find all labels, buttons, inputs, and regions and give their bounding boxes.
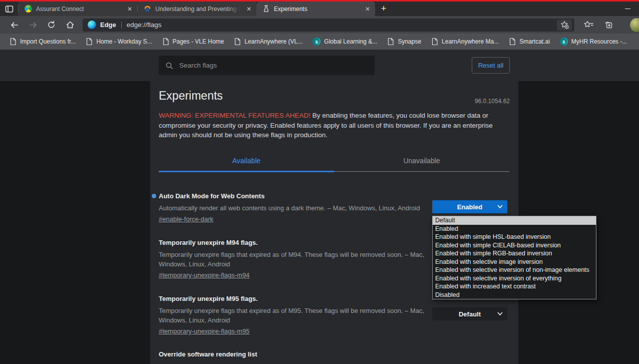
bookmark-label: Import Questions fr... [20,38,76,45]
bookmark-synapse[interactable]: Synapse [382,35,426,48]
sharepoint-icon: s [312,38,321,46]
chevron-down-icon [497,312,503,316]
tab-assurant-connect[interactable]: Assurant Connect ✕ [19,2,137,16]
page-icon [86,38,93,46]
dropdown-option[interactable]: Default [433,216,596,225]
bookmark-learnanywhere-vl[interactable]: LearnAnywhere (VL... [229,35,307,48]
page-icon [431,38,438,46]
tab-strip: Assurant Connect ✕ W Understanding and P… [0,2,639,16]
tab-title: Assurant Connect [36,6,121,13]
auto-dark-mode-dropdown: Default Enabled Enabled with simple HSL-… [432,216,596,299]
dropdown-option[interactable]: Enabled with selective image inversion [433,258,596,266]
collections-icon [604,21,613,29]
flags-page: Reset all Experiments 96.0.1054.62 WARNI… [0,50,639,364]
bookmark-label: LearnAnywhere Ma... [442,38,499,45]
new-tab-button[interactable]: + [375,2,392,16]
bookmark-import-questions[interactable]: Import Questions fr... [5,35,81,48]
page-icon [10,38,17,46]
workday-favicon-icon: W [143,5,151,13]
address-bar[interactable]: Edge edge://flags [83,19,574,32]
bookmark-learnanywhere-ma[interactable]: LearnAnywhere Ma... [426,35,504,48]
tab-underline [159,171,509,172]
flag-unexpire-m95: Temporarily unexpire M95 flags. Temporar… [150,295,518,336]
bookmark-label: Global Learning &... [324,38,377,45]
chevron-down-icon [497,205,503,209]
bookmark-pages-vle-home[interactable]: Pages - VLE Home [157,35,229,48]
collections-button[interactable] [598,18,618,33]
minimize-window-button[interactable] [616,2,639,16]
page-icon [234,38,241,46]
bookmark-smartcat[interactable]: Smartcat.ai [504,35,555,48]
address-separator [121,22,122,29]
flag-permalink[interactable]: #enable-force-dark [159,214,213,224]
add-favorite-button[interactable] [557,20,572,31]
select-value: Enabled [457,203,483,211]
bookmark-label: MyHR Resources -... [571,38,627,45]
bookmark-label: Pages - VLE Home [173,38,224,45]
experimental-warning: WARNING: EXPERIMENTAL FEATURES AHEAD! By… [159,111,507,140]
flag-permalink[interactable]: #temporary-unexpire-flags-m94 [159,270,249,280]
modified-flag-dot [152,194,156,198]
refresh-button[interactable] [42,18,61,33]
close-tab-icon[interactable]: ✕ [244,5,253,14]
minimize-icon [625,9,630,10]
favorites-button[interactable] [578,18,598,33]
close-tab-icon[interactable]: ✕ [363,5,372,14]
bookmark-label: Smartcat.ai [519,38,550,45]
dropdown-option[interactable]: Disabled [433,291,596,299]
dropdown-option[interactable]: Enabled with simple RGB-based inversion [433,249,596,258]
inactive-tab-line [334,171,509,172]
browser-window: Assurant Connect ✕ W Understanding and P… [0,0,639,364]
tab-unavailable[interactable]: Unavailable [334,157,509,165]
flag-permalink[interactable]: #temporary-unexpire-flags-m95 [159,326,249,336]
back-icon [10,21,19,29]
flag-description: Temporarily unexpire flags that expired … [159,306,433,325]
forward-icon [29,21,38,29]
forward-button[interactable] [24,18,42,33]
search-flags-input[interactable] [178,61,368,70]
flag-description: Temporarily unexpire flags that expired … [159,250,433,269]
bookmark-home-workday[interactable]: Home - Workday S... [81,35,157,48]
page-icon [509,38,516,46]
tab-understanding-preventing[interactable]: W Understanding and Preventing S ✕ [138,2,256,16]
back-button[interactable] [5,18,24,33]
bookmarks-bar: Import Questions fr... Home - Workday S.… [0,34,639,50]
bookmark-label: Synapse [398,38,421,45]
home-button[interactable] [61,18,79,33]
flag-select-default[interactable]: Default [432,307,507,320]
bookmark-label: Home - Workday S... [96,38,152,45]
dropdown-option[interactable]: Enabled with selective inversion of ever… [433,274,596,283]
navigation-toolbar: Edge edge://flags [0,16,639,34]
assurant-favicon-icon [24,5,32,13]
tab-title: Understanding and Preventing S [155,6,240,13]
site-chip-label: Edge [100,21,116,29]
warning-highlight: WARNING: EXPERIMENTAL FEATURES AHEAD! [159,112,310,119]
dropdown-option[interactable]: Enabled with simple CIELAB-based inversi… [433,241,596,250]
bookmark-global-learning[interactable]: s Global Learning &... [307,35,382,48]
browser-version: 96.0.1054.62 [475,98,510,105]
tab-title: Experiments [274,6,359,13]
tab-available[interactable]: Available [159,157,334,165]
dropdown-option[interactable]: Enabled with simple HSL-based inversion [433,233,596,241]
flag-select-enabled[interactable]: Enabled [432,200,507,213]
home-icon [66,21,75,29]
svg-text:W: W [145,8,149,13]
flag-override-software-rendering: Override software rendering list Overrid… [150,350,518,364]
flags-page-header: Reset all [0,50,639,81]
flag-title: Auto Dark Mode for Web Contents [159,192,510,200]
flag-description: Overrides the built-in software renderin… [159,361,433,364]
flag-title: Override software rendering list [159,350,510,358]
tab-experiments-active[interactable]: Experiments ✕ [256,2,375,16]
select-value: Default [459,310,481,318]
bookmark-myhr-resources[interactable]: s MyHR Resources -... [555,35,632,48]
dropdown-option[interactable]: Enabled with increased text contrast [433,282,596,291]
profile-avatar[interactable] [630,18,639,32]
close-tab-icon[interactable]: ✕ [125,5,134,14]
page-icon [162,38,169,46]
availability-tabs: Available Unavailable [159,157,509,172]
bookmark-label: LearnAnywhere (VL... [244,38,302,45]
dropdown-option[interactable]: Enabled with selective inversion of non-… [433,266,596,274]
reset-all-button[interactable]: Reset all [472,57,510,74]
dropdown-option[interactable]: Enabled [433,225,596,233]
tab-actions-menu-button[interactable] [0,2,18,16]
